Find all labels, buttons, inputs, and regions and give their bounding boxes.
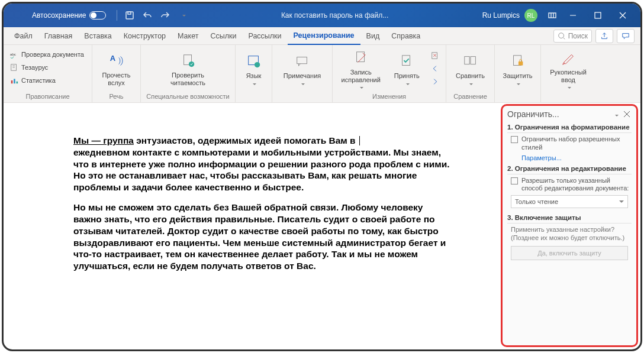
group-proofing-title: Правописание [7,92,88,100]
tab-layout[interactable]: Макет [172,27,204,45]
tab-home[interactable]: Главная [38,27,79,45]
svg-rect-20 [471,57,475,64]
svg-rect-19 [464,57,469,64]
autosave-toggle[interactable] [89,11,106,20]
comments-icon [294,53,311,70]
lock-icon [510,53,526,70]
next-icon [430,77,440,86]
thesaurus-icon [9,63,19,72]
protect-button[interactable]: Защитить [498,47,537,92]
ribbon-tabs: Файл Главная Вставка Конструктор Макет С… [4,27,640,45]
svg-point-14 [254,62,259,67]
reject-button[interactable] [428,50,442,61]
accept-icon [398,53,415,70]
prev-change-button[interactable] [428,63,442,75]
read-aloud-icon: A [108,53,125,69]
enable-protection-button[interactable]: Да, включить защиту [511,246,628,260]
search-icon [558,32,566,40]
svg-rect-2 [549,13,556,18]
svg-rect-22 [518,61,522,66]
redo-icon[interactable] [159,9,171,21]
document-body[interactable]: Мы — группа энтузиастов, одержимых идеей… [4,103,501,349]
track-changes-icon [353,50,369,66]
checkbox-icon [511,136,518,143]
checkbox-icon [511,177,518,184]
ink-icon [560,50,577,66]
section-1-title: 1. Ограничения на форматирование [507,124,632,133]
reject-icon [430,51,440,60]
username-label: Ru Lumpics [482,11,520,20]
search-placeholder: Поиск [568,32,588,40]
check-document-button[interactable]: abcПроверка документа [7,48,86,60]
svg-rect-9 [17,82,18,84]
stats-icon [9,76,19,85]
track-changes-button[interactable]: Запись исправлений [336,47,385,92]
ribbon-options-icon[interactable] [546,9,558,21]
tab-design[interactable]: Конструктор [118,27,172,45]
accessibility-icon [180,53,197,69]
language-button[interactable]: Язык [239,47,268,92]
document-title: Как поставить пароль на файл... [192,11,477,20]
next-change-button[interactable] [428,76,442,88]
pane-title: Ограничить... [507,109,559,119]
read-aloud-button[interactable]: A Прочесть вслух [96,47,137,92]
qat-more-icon[interactable] [177,9,189,21]
ink-button[interactable]: Рукописный ввод [545,47,592,92]
avatar[interactable]: RL [524,9,537,22]
tab-file[interactable]: Файл [8,27,38,45]
maximize-button[interactable] [586,7,610,24]
pane-menu-icon[interactable] [613,109,619,119]
svg-point-4 [558,33,564,38]
restrict-styles-checkbox[interactable]: Ограничить набор разрешенных стилей [511,135,632,152]
section-3-description: Применить указанные настройки? (Позднее … [511,226,628,242]
restrict-editing-pane: Ограничить... 1. Ограничения на форматир… [501,104,638,347]
tab-review[interactable]: Рецензирование [288,27,360,45]
ribbon: abcПроверка документа Тезаурус Статистик… [4,45,640,103]
svg-text:A: A [110,54,115,63]
tab-mailings[interactable]: Рассылки [242,27,287,45]
svg-rect-0 [126,12,133,19]
group-accessibility-title: Специальные возможности [144,92,231,100]
section-2-title: 2. Ограничения на редактирование [507,165,632,174]
svg-rect-3 [595,12,601,18]
group-speech-title: Речь [96,92,137,100]
paragraph-1: Мы — группа энтузиастов, одержимых идеей… [73,135,453,193]
svg-rect-8 [14,79,15,83]
comments-menu-button[interactable]: Примечания [276,47,329,92]
svg-text:abc: abc [10,52,16,56]
svg-rect-17 [402,56,410,66]
restrict-editing-checkbox[interactable]: Разрешить только указанный способ редакт… [511,177,632,193]
svg-rect-15 [297,57,307,64]
statistics-button[interactable]: Статистика [7,75,86,86]
minimize-button[interactable] [561,7,585,24]
pane-close-button[interactable] [623,110,632,118]
paragraph-2: Но мы не сможем это сделать без Вашей об… [73,202,453,272]
comments-button[interactable] [617,29,635,43]
tab-help[interactable]: Справка [385,27,426,45]
settings-link[interactable]: Параметры... [521,154,632,161]
tab-view[interactable]: Вид [360,27,386,45]
editing-mode-select[interactable]: Только чтение [511,195,628,208]
check-icon: abc [9,50,19,59]
svg-rect-7 [11,80,13,83]
group-tracking-title: Изменения [336,92,442,100]
titlebar: Автосохранение Как поставить пароль на ф… [4,4,640,27]
group-compare-title: Сравнение [450,92,491,100]
undo-icon[interactable] [141,9,153,21]
thesaurus-button[interactable]: Тезаурус [7,61,86,73]
compare-button[interactable]: Сравнить [450,47,491,92]
tab-insert[interactable]: Вставка [78,27,117,45]
accept-button[interactable]: Принять [388,47,426,92]
check-accessibility-button[interactable]: Проверить читаемость [160,47,217,92]
language-icon [246,53,262,70]
section-3-title: 3. Включение защиты [507,214,632,224]
tab-references[interactable]: Ссылки [204,27,242,45]
svg-rect-1 [128,12,131,14]
share-button[interactable] [595,29,613,43]
save-icon[interactable] [124,9,136,21]
autosave-label: Автосохранение [32,11,86,20]
close-button[interactable] [611,7,635,24]
prev-icon [430,64,440,73]
compare-icon [462,53,479,70]
search-input[interactable]: Поиск [553,30,592,43]
